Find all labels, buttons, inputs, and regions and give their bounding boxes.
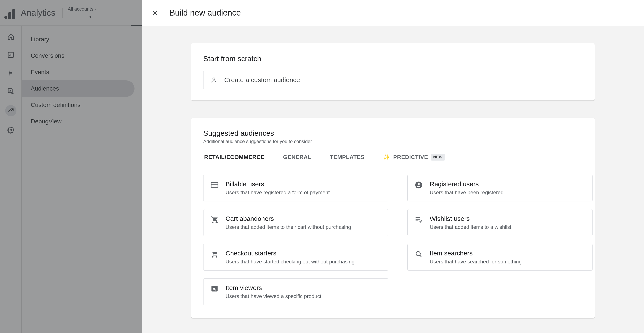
analytics-logo-icon (4, 7, 16, 19)
sidebar-item-label: Library (31, 36, 49, 42)
svg-point-4 (213, 78, 215, 80)
home-icon[interactable] (6, 32, 15, 41)
configure-sidebar: Library Conversions Events Audiences Cus… (22, 26, 142, 333)
account-picker[interactable]: All accounts › ▾ (68, 6, 96, 19)
sidebar-item-custom-definitions[interactable]: Custom definitions (22, 97, 134, 113)
tab-general[interactable]: GENERAL (282, 150, 312, 165)
suggested-tabs: RETAIL/ECOMMERCE GENERAL TEMPLATES ✨ PRE… (191, 150, 595, 165)
card-title: Wishlist users (430, 215, 512, 222)
panel-title: Build new audience (170, 8, 241, 17)
panel-body: Start from scratch Create a custom audie… (142, 26, 644, 333)
suggested-grid: Billable users Users that have registere… (191, 165, 595, 318)
pageview-icon (210, 284, 219, 293)
close-icon[interactable]: ✕ (150, 9, 159, 17)
sidebar-item-events[interactable]: Events (22, 64, 134, 80)
sidebar-item-library[interactable]: Library (22, 31, 134, 47)
person-outline-icon (210, 76, 218, 84)
audience-card-item-viewers[interactable]: Item viewers Users that have viewed a sp… (203, 278, 388, 305)
suggested-heading: Suggested audiences (203, 129, 582, 137)
user-circle-icon (414, 180, 423, 190)
playlist-check-icon (414, 215, 423, 224)
svg-line-8 (212, 217, 218, 223)
card-title: Checkout starters (226, 250, 354, 257)
account-picker-label: All accounts (68, 6, 94, 12)
svg-point-7 (418, 183, 420, 185)
tab-retail-ecommerce[interactable]: RETAIL/ECOMMERCE (203, 150, 265, 165)
sidebar-item-audiences[interactable]: Audiences (22, 80, 134, 97)
credit-card-icon (210, 180, 219, 190)
build-audience-panel: ✕ Build new audience Start from scratch … (142, 0, 644, 333)
panel-header: ✕ Build new audience (142, 0, 644, 26)
shopping-cart-icon (210, 250, 219, 259)
sidebar-item-label: Custom definitions (31, 102, 80, 108)
svg-point-9 (416, 252, 420, 256)
card-desc: Users that have started checking out wit… (226, 259, 354, 265)
card-desc: Users that have been registered (430, 190, 504, 196)
svg-point-3 (10, 129, 12, 131)
audience-card-wishlist-users[interactable]: Wishlist users Users that added items to… (408, 209, 592, 236)
configure-icon[interactable] (5, 105, 16, 116)
audience-card-checkout-starters[interactable]: Checkout starters Users that have starte… (203, 244, 388, 271)
card-desc: Users that have searched for something (430, 259, 522, 265)
card-title: Billable users (226, 180, 330, 188)
card-desc: Users that added items to a wishlist (430, 224, 512, 230)
reports-icon[interactable] (6, 50, 15, 59)
card-desc: Users that have registered a form of pay… (226, 190, 330, 196)
card-title: Cart abandoners (226, 215, 351, 222)
product-name: Analytics (21, 8, 62, 18)
create-custom-audience-button[interactable]: Create a custom audience (203, 71, 388, 89)
sidebar-item-label: DebugView (31, 118, 62, 125)
audience-card-billable-users[interactable]: Billable users Users that have registere… (203, 175, 388, 201)
scratch-card: Start from scratch Create a custom audie… (191, 43, 595, 100)
tab-predictive[interactable]: ✨ PREDICTIVE NEW (382, 150, 446, 165)
sidebar-item-conversions[interactable]: Conversions (22, 47, 134, 64)
audience-card-cart-abandoners[interactable]: Cart abandoners Users that added items t… (203, 209, 388, 236)
gear-icon[interactable] (6, 126, 15, 134)
suggested-card: Suggested audiences Additional audience … (191, 118, 595, 318)
card-title: Registered users (430, 180, 504, 188)
svg-rect-5 (211, 183, 218, 187)
explore-icon[interactable] (6, 87, 15, 95)
scratch-heading: Start from scratch (203, 54, 582, 63)
remove-cart-icon (210, 215, 219, 224)
new-badge: NEW (431, 154, 445, 161)
chevron-right-icon: › (95, 7, 96, 12)
sidebar-item-label: Conversions (31, 52, 64, 59)
card-title: Item searchers (430, 250, 522, 257)
card-desc: Users that added items to their cart wit… (226, 224, 351, 230)
audience-card-registered-users[interactable]: Registered users Users that have been re… (408, 175, 592, 201)
card-desc: Users that have viewed a specific produc… (226, 293, 321, 299)
card-title: Item viewers (226, 284, 321, 292)
create-custom-audience-label: Create a custom audience (224, 76, 300, 84)
search-icon (414, 250, 423, 259)
sidebar-item-label: Audiences (31, 85, 59, 92)
tab-templates[interactable]: TEMPLATES (329, 150, 366, 165)
caret-down-icon: ▾ (89, 14, 92, 19)
nav-rail (0, 26, 22, 333)
sidebar-item-label: Events (31, 69, 49, 75)
sidebar-item-debugview[interactable]: DebugView (22, 113, 134, 130)
audience-card-item-searchers[interactable]: Item searchers Users that have searched … (408, 244, 592, 271)
flag-icon[interactable] (6, 69, 15, 77)
suggested-subheading: Additional audience suggestions for you … (203, 139, 582, 144)
magic-wand-icon: ✨ (383, 154, 390, 161)
progress-indicator (130, 25, 142, 26)
